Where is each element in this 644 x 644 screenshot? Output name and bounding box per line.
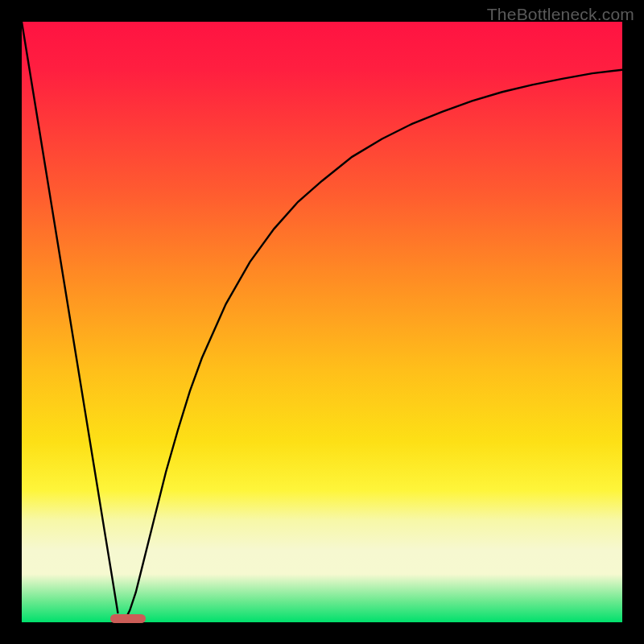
bottleneck-marker <box>110 614 145 623</box>
left-line <box>22 22 118 613</box>
plot-area <box>22 22 622 622</box>
chart-frame: TheBottleneck.com <box>0 0 644 644</box>
chart-lines <box>22 22 622 622</box>
right-curve <box>124 70 622 622</box>
